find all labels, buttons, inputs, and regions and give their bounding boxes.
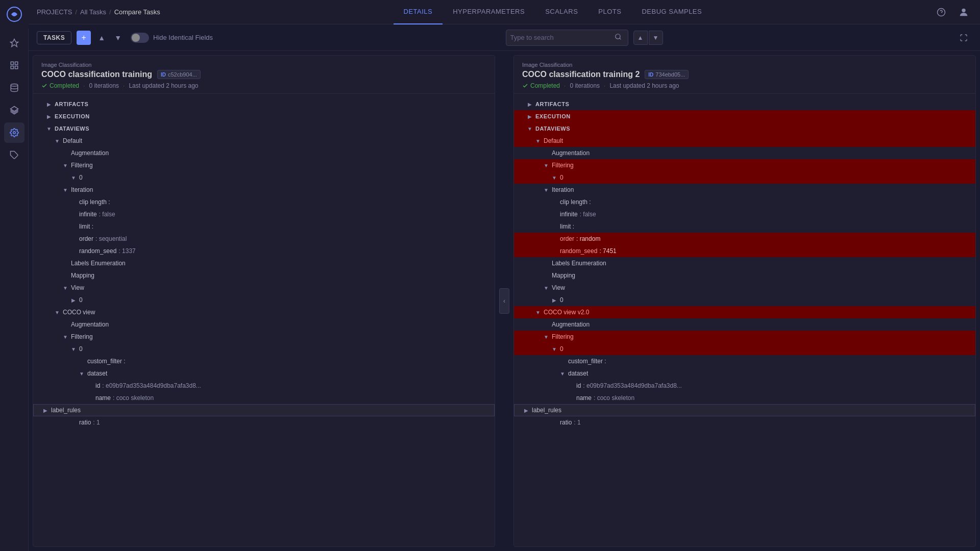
tree-item[interactable]: ▼ 0 xyxy=(33,343,495,355)
tree-item[interactable]: ▼ Default xyxy=(33,135,495,147)
panel-left-id-badge[interactable]: ID c52cb904... xyxy=(157,70,201,79)
tree-item[interactable]: ▼ Iteration xyxy=(33,184,495,196)
tree-item[interactable]: ▼ dataset xyxy=(514,367,975,380)
tree-item[interactable]: ▶ limit : xyxy=(514,220,975,233)
arrow-up-button[interactable]: ▲ xyxy=(96,32,107,44)
tree-item[interactable]: ▶ EXECUTION xyxy=(514,110,975,122)
sidebar-item-settings[interactable] xyxy=(4,122,24,143)
search-input[interactable] xyxy=(510,34,612,41)
tree-item[interactable]: ▶ ARTIFACTS xyxy=(514,98,975,110)
collapse-divider-button[interactable]: ‹ xyxy=(499,288,509,314)
chevron-icon: ▶ xyxy=(45,101,53,108)
tree-item[interactable]: ▶ 0 xyxy=(33,294,495,306)
tree-item[interactable]: ▼ View xyxy=(33,282,495,294)
hide-identical-toggle-container: Hide Identical Fields xyxy=(131,33,213,43)
tree-value: : coco skeleton xyxy=(113,394,154,402)
tree-item[interactable]: ▶ clip length : xyxy=(33,196,495,208)
add-task-button[interactable]: + xyxy=(77,31,91,45)
tree-item[interactable]: ▼ COCO view xyxy=(33,306,495,318)
help-icon[interactable] xyxy=(933,4,949,20)
tree-item[interactable]: ▼ Iteration xyxy=(514,184,975,196)
tree-section-label: DATAVIEWS xyxy=(535,126,570,132)
tree-item[interactable]: ▼ Filtering xyxy=(514,159,975,171)
tree-item[interactable]: ▶ Augmentation xyxy=(33,147,495,159)
user-avatar[interactable] xyxy=(955,4,972,20)
tree-item[interactable]: ▶ ratio : 1 xyxy=(33,416,495,429)
arrow-down-button[interactable]: ▼ xyxy=(112,32,124,44)
tree-item[interactable]: ▼ DATAVIEWS xyxy=(33,122,495,135)
panel-right-content[interactable]: ▶ ARTIFACTS ▶ EXECUTION ▼ DATAVIEWS ▼ De… xyxy=(514,94,975,546)
tree-item-label-rules[interactable]: ▶ label_rules xyxy=(33,404,495,416)
tree-item[interactable]: ▶ 0 xyxy=(514,294,975,306)
tree-item[interactable]: ▶ name : coco skeleton xyxy=(33,392,495,404)
tab-hyperparameters[interactable]: HYPERPARAMETERS xyxy=(443,0,535,24)
tree-item[interactable]: ▶ Labels Enumeration xyxy=(514,257,975,269)
tree-item[interactable]: ▶ ratio : 1 xyxy=(514,416,975,429)
tree-item[interactable]: ▶ order : sequential xyxy=(33,233,495,245)
tree-item[interactable]: ▶ Labels Enumeration xyxy=(33,257,495,269)
tree-key: Default xyxy=(544,137,563,144)
tree-item[interactable]: ▼ Filtering xyxy=(514,331,975,343)
tree-item[interactable]: ▼ Filtering xyxy=(33,159,495,171)
tree-item[interactable]: ▼ COCO view v2.0 xyxy=(514,306,975,318)
tree-item[interactable]: ▶ custom_filter : xyxy=(33,355,495,367)
tree-key: Augmentation xyxy=(71,149,109,157)
sidebar-item-layers[interactable] xyxy=(4,100,24,120)
tree-item[interactable]: ▶ name : coco skeleton xyxy=(514,392,975,404)
tree-item[interactable]: ▶ Augmentation xyxy=(514,318,975,331)
tree-item[interactable]: ▼ 0 xyxy=(514,343,975,355)
sidebar-item-grid[interactable] xyxy=(4,55,24,76)
breadcrumb-projects[interactable]: PROJECTS xyxy=(37,8,72,16)
tab-plots[interactable]: PLOTS xyxy=(588,0,631,24)
tree-item[interactable]: ▼ DATAVIEWS xyxy=(514,122,975,135)
tab-scalars[interactable]: SCALARS xyxy=(535,0,588,24)
tree-item[interactable]: ▶ clip length : xyxy=(514,196,975,208)
tree-item[interactable]: ▶ order : random xyxy=(514,233,975,245)
tree-item[interactable]: ▶ ARTIFACTS xyxy=(33,98,495,110)
tree-item[interactable]: ▶ id : e09b97ad353a484d9dba7afa3d8... xyxy=(33,380,495,392)
sidebar-item-puzzle[interactable] xyxy=(4,145,24,165)
tree-item[interactable]: ▶ Augmentation xyxy=(33,318,495,331)
tree-key: Augmentation xyxy=(552,149,590,157)
fullscreen-icon[interactable] xyxy=(955,30,972,46)
panel-right-id-badge[interactable]: ID 734ebd05... xyxy=(645,70,689,79)
tree-item[interactable]: ▶ random_seed : 7451 xyxy=(514,245,975,257)
tasks-button[interactable]: TASKS xyxy=(37,31,71,44)
tree-item[interactable]: ▶ Mapping xyxy=(514,269,975,282)
tree-item[interactable]: ▼ 0 xyxy=(514,171,975,184)
tree-item[interactable]: ▼ dataset xyxy=(33,367,495,380)
tree-item[interactable]: ▶ EXECUTION xyxy=(33,110,495,122)
tree-item[interactable]: ▶ custom_filter : xyxy=(514,355,975,367)
chevron-icon: ▶ xyxy=(526,101,533,108)
tree-item[interactable]: ▼ 0 xyxy=(33,171,495,184)
panel-left-iterations: 0 iterations xyxy=(89,82,119,89)
tree-item[interactable]: ▶ infinite : false xyxy=(33,208,495,220)
tree-item[interactable]: ▶ Mapping xyxy=(33,269,495,282)
tree-key: Default xyxy=(63,137,82,144)
tab-details[interactable]: DETAILS xyxy=(394,0,443,24)
app-logo[interactable] xyxy=(0,0,29,29)
tree-item[interactable]: ▶ infinite : false xyxy=(514,208,975,220)
tree-key: 0 xyxy=(560,345,564,353)
tree-item[interactable]: ▶ random_seed : 1337 xyxy=(33,245,495,257)
tree-key: random_seed xyxy=(560,247,597,255)
search-button[interactable] xyxy=(612,32,624,43)
sidebar-item-database[interactable] xyxy=(4,78,24,98)
tree-item-label-rules[interactable]: ▶ label_rules xyxy=(514,404,975,416)
breadcrumb-sep2: / xyxy=(109,8,111,16)
tree-key: id xyxy=(576,382,581,389)
tree-item[interactable]: ▼ Filtering xyxy=(33,331,495,343)
tree-item[interactable]: ▼ View xyxy=(514,282,975,294)
hide-identical-toggle[interactable] xyxy=(131,33,149,43)
tree-item[interactable]: ▶ id : e09b97ad353a484d9dba7afa3d8... xyxy=(514,380,975,392)
tree-value: : e09b97ad353a484d9dba7afa3d8... xyxy=(102,382,201,389)
tree-item[interactable]: ▶ limit : xyxy=(33,220,495,233)
prev-result-button[interactable]: ▲ xyxy=(633,31,648,45)
breadcrumb-all-tasks[interactable]: All Tasks xyxy=(80,8,106,16)
sidebar-item-rocket[interactable] xyxy=(4,33,24,53)
tree-item[interactable]: ▼ Default xyxy=(514,135,975,147)
next-result-button[interactable]: ▼ xyxy=(649,31,663,45)
tab-debug-samples[interactable]: DEBUG SAMPLES xyxy=(631,0,712,24)
tree-item[interactable]: ▶ Augmentation xyxy=(514,147,975,159)
panel-left-content[interactable]: ▶ ARTIFACTS ▶ EXECUTION ▼ DATAVIEWS ▼ De… xyxy=(33,94,495,546)
